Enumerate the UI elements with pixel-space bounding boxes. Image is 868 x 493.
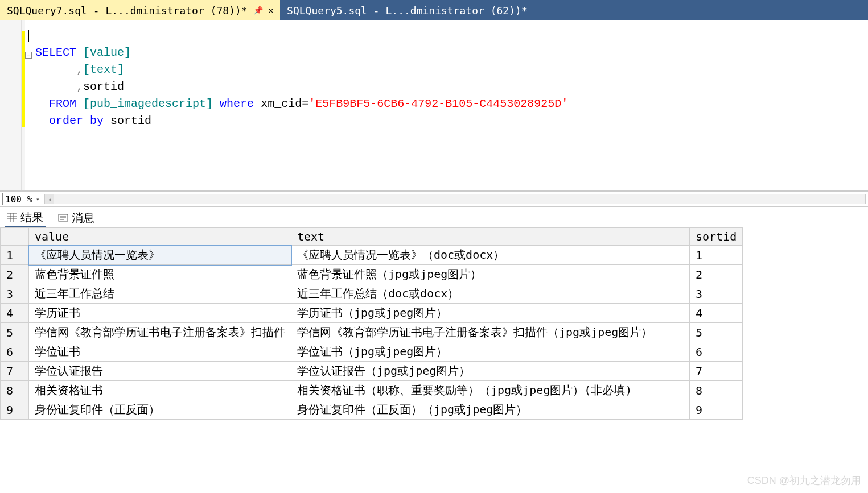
cell-sortid[interactable]: 9	[690, 400, 743, 420]
cell-text[interactable]: 蓝色背景证件照（jpg或jpeg图片）	[291, 265, 690, 284]
cell-text[interactable]: 近三年工作总结（doc或docx）	[291, 284, 690, 304]
svg-rect-0	[7, 213, 17, 222]
cell-value[interactable]: 《应聘人员情况一览表》	[29, 246, 291, 265]
tab-label: SQLQuery5.sql - L...dministrator (62))*	[287, 5, 528, 16]
table-row[interactable]: 9身份证复印件（正反面）身份证复印件（正反面）（jpg或jpeg图片）9	[1, 400, 743, 420]
comma: ,	[76, 80, 83, 93]
scroll-left-icon[interactable]: ◂	[45, 194, 54, 204]
kw-by: by	[90, 114, 104, 127]
tab-query5[interactable]: SQLQuery5.sql - L...dministrator (62))*	[280, 0, 534, 20]
table-row[interactable]: 7学位认证报告学位认证报告（jpg或jpeg图片）7	[1, 362, 743, 381]
grid-icon	[7, 213, 17, 222]
horizontal-scrollbar[interactable]: ◂	[44, 194, 866, 204]
result-tabs: 结果 消息	[0, 207, 868, 227]
table-row[interactable]: 6学位证书学位证书（jpg或jpeg图片）6	[1, 342, 743, 362]
col-header-value[interactable]: value	[29, 228, 291, 246]
tab-messages[interactable]: 消息	[56, 209, 97, 227]
cell-value[interactable]: 学历证书	[29, 304, 291, 323]
zoom-value: 100 %	[5, 194, 32, 205]
chevron-down-icon: ▾	[36, 196, 39, 202]
cell-text[interactable]: 相关资格证书（职称、重要奖励等）（jpg或jpeg图片）(非必填)	[291, 381, 690, 400]
tab-label: SQLQuery7.sql - L...dministrator (78))*	[7, 5, 248, 16]
fold-toggle-icon[interactable]: −	[25, 52, 32, 59]
tab-results[interactable]: 结果	[5, 209, 46, 227]
cell-value[interactable]: 近三年工作总结	[29, 284, 291, 304]
table-row[interactable]: 1《应聘人员情况一览表》《应聘人员情况一览表》（doc或docx）1	[1, 246, 743, 265]
editor-wrap: − SELECT [value] ,[text] ,sortid FROM [p…	[0, 20, 868, 191]
cell-text[interactable]: 《应聘人员情况一览表》（doc或docx）	[291, 246, 690, 265]
op-eq: =	[302, 97, 308, 110]
editor-gutter	[0, 20, 22, 190]
kw-where: where	[220, 97, 254, 110]
cell-text[interactable]: 学信网《教育部学历证书电子注册备案表》扫描件（jpg或jpeg图片）	[291, 323, 690, 342]
row-number[interactable]: 4	[1, 304, 29, 323]
comma: ,	[76, 63, 83, 76]
cell-sortid[interactable]: 7	[690, 362, 743, 381]
messages-icon	[58, 214, 68, 223]
row-number[interactable]: 1	[1, 246, 29, 265]
zoom-select[interactable]: 100 % ▾	[2, 193, 42, 205]
kw-order: order	[49, 114, 83, 127]
row-number[interactable]: 3	[1, 284, 29, 304]
code-editor[interactable]: SELECT [value] ,[text] ,sortid FROM [pub…	[0, 20, 868, 191]
table-row[interactable]: 5学信网《教育部学历证书电子注册备案表》扫描件学信网《教育部学历证书电子注册备案…	[1, 323, 743, 342]
row-number[interactable]: 9	[1, 400, 29, 420]
cell-sortid[interactable]: 8	[690, 381, 743, 400]
results-table: value text sortid 1《应聘人员情况一览表》《应聘人员情况一览表…	[0, 227, 743, 420]
row-number[interactable]: 6	[1, 342, 29, 362]
table-name: [pub_imagedescript]	[83, 97, 213, 110]
cell-sortid[interactable]: 2	[690, 265, 743, 284]
col-text: [text]	[83, 63, 124, 76]
cell-value[interactable]: 蓝色背景证件照	[29, 265, 291, 284]
zoom-bar: 100 % ▾ ◂	[0, 191, 868, 207]
tab-query7[interactable]: SQLQuery7.sql - L...dministrator (78))* …	[0, 0, 280, 20]
cell-text[interactable]: 身份证复印件（正反面）（jpg或jpeg图片）	[291, 400, 690, 420]
tab-messages-label: 消息	[72, 210, 94, 226]
cell-value[interactable]: 相关资格证书	[29, 381, 291, 400]
cell-text[interactable]: 学位证书（jpg或jpeg图片）	[291, 342, 690, 362]
table-row[interactable]: 2蓝色背景证件照蓝色背景证件照（jpg或jpeg图片）2	[1, 265, 743, 284]
watermark: CSDN @初九之潜龙勿用	[747, 474, 861, 487]
results-grid[interactable]: value text sortid 1《应聘人员情况一览表》《应聘人员情况一览表…	[0, 227, 868, 420]
table-row[interactable]: 4学历证书学历证书（jpg或jpeg图片）4	[1, 304, 743, 323]
pin-icon[interactable]: 📌	[253, 6, 263, 15]
cell-value[interactable]: 学位认证报告	[29, 362, 291, 381]
close-icon[interactable]: ✕	[269, 6, 273, 15]
text-cursor	[28, 30, 29, 42]
tab-results-label: 结果	[20, 210, 43, 225]
col-xmcid: xm_cid	[261, 97, 302, 110]
cell-text[interactable]: 学位认证报告（jpg或jpeg图片）	[291, 362, 690, 381]
col-sortid: sortid	[83, 80, 124, 93]
row-number[interactable]: 7	[1, 362, 29, 381]
cell-text[interactable]: 学历证书（jpg或jpeg图片）	[291, 304, 690, 323]
row-number[interactable]: 5	[1, 323, 29, 342]
col-header-text[interactable]: text	[291, 228, 690, 246]
cell-sortid[interactable]: 1	[690, 246, 743, 265]
code-text[interactable]: SELECT [value] ,[text] ,sortid FROM [pub…	[25, 20, 868, 190]
cell-value[interactable]: 身份证复印件（正反面）	[29, 400, 291, 420]
row-header-blank[interactable]	[1, 228, 29, 246]
cell-value[interactable]: 学位证书	[29, 342, 291, 362]
document-tabs: SQLQuery7.sql - L...dministrator (78))* …	[0, 0, 868, 20]
row-number[interactable]: 8	[1, 381, 29, 400]
col-header-sortid[interactable]: sortid	[690, 228, 743, 246]
kw-from: FROM	[49, 97, 76, 110]
cell-value[interactable]: 学信网《教育部学历证书电子注册备案表》扫描件	[29, 323, 291, 342]
cell-sortid[interactable]: 3	[690, 284, 743, 304]
col-value: [value]	[83, 46, 131, 59]
col-sortid: sortid	[110, 114, 151, 127]
cell-sortid[interactable]: 4	[690, 304, 743, 323]
header-row: value text sortid	[1, 228, 743, 246]
table-row[interactable]: 8相关资格证书相关资格证书（职称、重要奖励等）（jpg或jpeg图片）(非必填)…	[1, 381, 743, 400]
cell-sortid[interactable]: 6	[690, 342, 743, 362]
cell-sortid[interactable]: 5	[690, 323, 743, 342]
kw-select: SELECT	[35, 46, 76, 59]
string-literal: 'E5FB9BF5-6CB6-4792-B105-C4453028925D'	[308, 97, 568, 110]
table-row[interactable]: 3近三年工作总结近三年工作总结（doc或docx）3	[1, 284, 743, 304]
row-number[interactable]: 2	[1, 265, 29, 284]
